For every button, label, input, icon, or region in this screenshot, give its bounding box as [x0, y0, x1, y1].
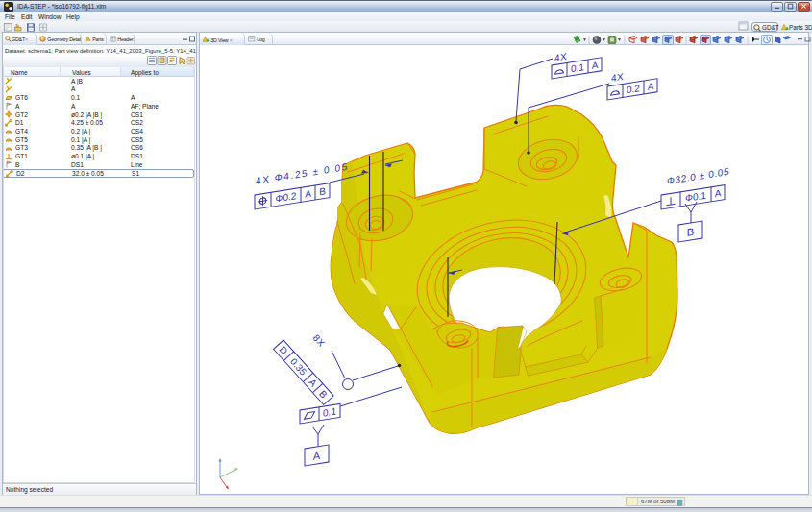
- svg-text:A: A: [592, 60, 599, 71]
- svg-text:A: A: [648, 81, 654, 92]
- svg-text:0.2: 0.2: [627, 83, 640, 95]
- svg-text:B: B: [317, 388, 330, 401]
- svg-text:Φ0.1: Φ0.1: [685, 190, 706, 204]
- svg-text:8X: 8X: [311, 332, 328, 349]
- svg-text:0.35: 0.35: [288, 356, 308, 378]
- svg-text:4X: 4X: [554, 51, 567, 63]
- svg-text:0.1: 0.1: [571, 61, 584, 74]
- svg-text:A: A: [307, 377, 319, 389]
- svg-text:D: D: [278, 344, 290, 356]
- svg-text:4X Φ4.25 ± 0.05: 4X Φ4.25 ± 0.05: [256, 161, 349, 186]
- svg-text:Φ0.2: Φ0.2: [276, 190, 297, 204]
- svg-text:A: A: [313, 450, 321, 462]
- svg-text:Φ32.0 ± 0.05: Φ32.0 ± 0.05: [667, 166, 729, 186]
- svg-text:4X: 4X: [611, 71, 624, 84]
- svg-text:B: B: [687, 226, 694, 238]
- svg-text:0.1: 0.1: [323, 405, 336, 418]
- svg-text:A: A: [305, 188, 311, 200]
- svg-text:A: A: [715, 187, 722, 199]
- svg-text:B: B: [319, 185, 326, 197]
